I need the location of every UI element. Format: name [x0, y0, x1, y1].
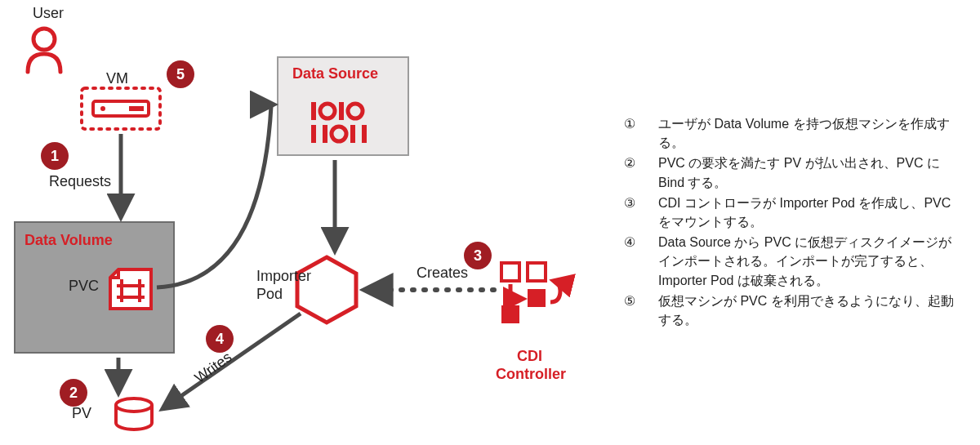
legend: ① ユーザが Data Volume を持つ仮想マシンを作成する。 ② PVC …	[621, 114, 964, 331]
badge-5: 5	[167, 60, 194, 88]
svg-rect-19	[129, 106, 144, 111]
legend-row: ② PVC の要求を満たす PV が払い出され、PVC に Bind する。	[621, 154, 964, 191]
legend-text: Data Source から PVC に仮想ディスクイメージがインポートされる。…	[658, 233, 964, 290]
svg-rect-22	[528, 263, 546, 281]
legend-num: ②	[621, 154, 658, 191]
svg-rect-1	[311, 102, 316, 120]
data-volume-label: Data Volume	[24, 232, 113, 249]
pvc-label: PVC	[69, 278, 99, 295]
importer-pod-label-2: Pod	[256, 286, 283, 303]
vm-icon	[82, 88, 160, 129]
legend-row: ⑤ 仮想マシンが PVC を利用できるようになり、起動する。	[621, 291, 964, 329]
user-label: User	[33, 5, 64, 22]
legend-text: 仮想マシンが PVC を利用できるようになり、起動する。	[658, 291, 964, 329]
legend-num: ④	[621, 233, 658, 290]
svg-marker-20	[297, 257, 356, 323]
svg-point-25	[116, 398, 152, 412]
svg-point-18	[100, 106, 105, 111]
legend-row: ③ CDI コントローラが Importer Pod を作成し、PVC をマウン…	[621, 194, 964, 231]
svg-point-15	[33, 29, 55, 50]
legend-row: ④ Data Source から PVC に仮想ディスクイメージがインポートされ…	[621, 233, 964, 290]
diagram-root: User VM Data Source Data Volume PVC Impo…	[0, 0, 980, 445]
importer-pod-icon	[297, 257, 356, 323]
legend-num: ⑤	[621, 291, 658, 329]
legend-text: ユーザが Data Volume を持つ仮想マシンを作成する。	[658, 114, 964, 152]
legend-num: ③	[621, 194, 658, 231]
importer-pod-label-1: Importer	[256, 268, 311, 285]
pvc-icon	[110, 269, 151, 309]
creates-label: Creates	[416, 265, 468, 282]
legend-num: ①	[621, 114, 658, 152]
legend-text: CDI コントローラが Importer Pod を作成し、PVC をマウントす…	[658, 194, 964, 231]
pv-icon	[116, 398, 152, 429]
svg-rect-24	[501, 305, 519, 323]
requests-label: Requests	[49, 173, 111, 190]
badge-2: 2	[60, 379, 87, 407]
badge-3: 3	[464, 242, 492, 269]
svg-rect-9	[362, 125, 367, 143]
svg-rect-6	[323, 125, 327, 143]
svg-rect-3	[339, 102, 344, 120]
vm-label: VM	[106, 70, 128, 87]
badge-4: 4	[206, 325, 234, 353]
svg-rect-5	[311, 125, 316, 143]
user-icon	[28, 29, 60, 72]
cdi-label-2: Controller	[496, 366, 566, 383]
svg-rect-8	[350, 125, 355, 143]
cdi-label-1: CDI	[517, 348, 542, 365]
legend-row: ① ユーザが Data Volume を持つ仮想マシンを作成する。	[621, 114, 964, 152]
cdi-controller-icon	[501, 263, 560, 323]
svg-rect-21	[501, 263, 519, 281]
legend-text: PVC の要求を満たす PV が払い出され、PVC に Bind する。	[658, 154, 964, 191]
svg-rect-23	[528, 289, 546, 307]
badge-1: 1	[41, 142, 69, 170]
pv-label: PV	[72, 405, 91, 422]
data-source-label: Data Source	[292, 65, 378, 82]
